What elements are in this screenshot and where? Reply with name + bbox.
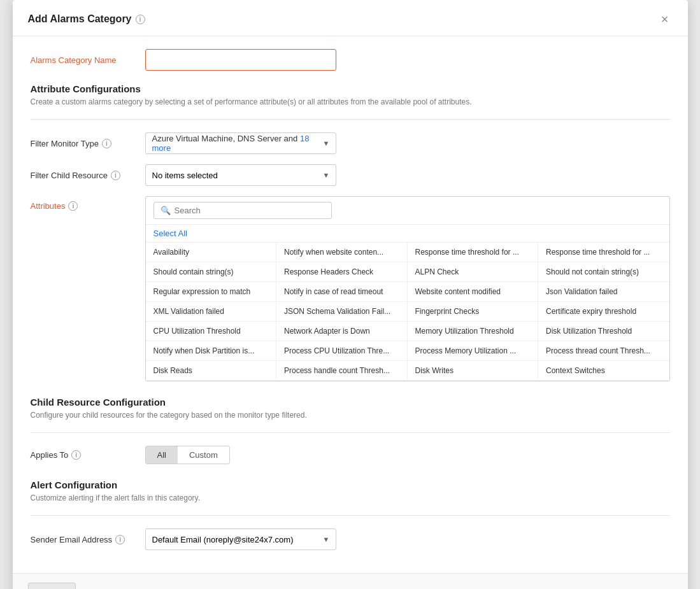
filter-child-resource-select[interactable]: No items selected bbox=[145, 164, 336, 186]
filter-monitor-type-row: Filter Monitor Type i Azure Virtual Mach… bbox=[31, 132, 670, 154]
filter-child-resource-label: Filter Child Resource i bbox=[31, 171, 145, 180]
modal-title-text: Add Alarms Category bbox=[28, 13, 132, 25]
attributes-label: Attributes i bbox=[31, 196, 145, 211]
attribute-item-19[interactable]: Disk Utilization Threshold bbox=[538, 322, 669, 341]
attribute-item-2[interactable]: Response time threshold for ... bbox=[408, 243, 539, 262]
select-all-link[interactable]: Select All bbox=[146, 225, 669, 242]
applies-to-info-icon[interactable]: i bbox=[71, 450, 81, 460]
attribute-item-9[interactable]: Notify in case of read timeout bbox=[276, 282, 408, 302]
search-input-wrap: 🔍 bbox=[154, 202, 332, 219]
sender-email-row: Sender Email Address i Default Email (no… bbox=[31, 529, 670, 550]
attribute-item-0[interactable]: Availability bbox=[146, 243, 277, 262]
alert-configuration-title: Alert Configuration bbox=[31, 479, 670, 490]
close-button[interactable]: × bbox=[657, 11, 673, 27]
attributes-box: 🔍 Select All AvailabilityNotify when web… bbox=[145, 196, 670, 381]
attribute-item-7[interactable]: Should not contain string(s) bbox=[538, 262, 669, 282]
attribute-configurations-title: Attribute Configurations bbox=[31, 83, 670, 94]
filter-child-resource-info-icon[interactable]: i bbox=[111, 171, 120, 180]
sender-email-info-icon[interactable]: i bbox=[115, 535, 125, 544]
alert-configuration-section: Alert Configuration Customize alerting i… bbox=[31, 479, 670, 550]
applies-to-row: Applies To i All Custom bbox=[31, 446, 670, 464]
modal-header: Add Alarms Category i × bbox=[13, 0, 688, 36]
modal-body: Alarms Category Name Attribute Configura… bbox=[13, 36, 688, 573]
alarm-category-name-row: Alarms Category Name bbox=[31, 49, 670, 71]
attributes-search-box: 🔍 bbox=[146, 197, 669, 225]
alarm-category-name-input[interactable] bbox=[145, 49, 336, 71]
save-button[interactable]: Save bbox=[28, 583, 76, 589]
section-divider-3 bbox=[31, 515, 670, 516]
attribute-item-22[interactable]: Process Memory Utilization ... bbox=[408, 341, 539, 361]
attribute-item-4[interactable]: Should contain string(s) bbox=[146, 262, 277, 282]
applies-to-all-button[interactable]: All bbox=[146, 446, 178, 464]
attribute-item-13[interactable]: JSON Schema Validation Fail... bbox=[276, 302, 408, 322]
sender-email-label: Sender Email Address i bbox=[31, 535, 145, 544]
alert-configuration-desc: Customize alerting if the alert falls in… bbox=[31, 493, 670, 502]
section-divider-2 bbox=[31, 432, 670, 433]
filter-monitor-type-wrapper: Azure Virtual Machine, DNS Server and 18… bbox=[145, 132, 336, 154]
add-alarms-category-modal: Add Alarms Category i × Alarms Category … bbox=[13, 0, 688, 589]
attribute-item-26[interactable]: Disk Writes bbox=[408, 361, 539, 381]
sender-email-select[interactable]: Default Email (noreply@site24x7.com) bbox=[145, 529, 336, 550]
filter-child-resource-wrapper: No items selected ▼ bbox=[145, 164, 336, 186]
section-divider-1 bbox=[31, 119, 670, 120]
attribute-item-25[interactable]: Process handle count Thresh... bbox=[276, 361, 408, 381]
applies-to-label: Applies To i bbox=[31, 450, 145, 460]
attribute-item-12[interactable]: XML Validation failed bbox=[146, 302, 277, 322]
attribute-configurations-section: Attribute Configurations Create a custom… bbox=[31, 83, 670, 381]
attributes-search-input[interactable] bbox=[175, 206, 325, 215]
attribute-item-24[interactable]: Disk Reads bbox=[146, 361, 277, 381]
monitor-type-more: 18 more bbox=[152, 134, 310, 153]
filter-monitor-type-display[interactable]: Azure Virtual Machine, DNS Server and 18… bbox=[145, 132, 336, 154]
attribute-item-23[interactable]: Process thread count Thresh... bbox=[538, 341, 669, 361]
search-icon: 🔍 bbox=[161, 206, 171, 215]
child-resource-configuration-title: Child Resource Configuration bbox=[31, 397, 670, 408]
attribute-configurations-desc: Create a custom alarms category by selec… bbox=[31, 97, 670, 106]
attribute-item-11[interactable]: Json Validation failed bbox=[538, 282, 669, 302]
attribute-item-15[interactable]: Certificate expiry threshold bbox=[538, 302, 669, 322]
sender-email-wrapper: Default Email (noreply@site24x7.com) ▼ bbox=[145, 529, 336, 550]
attribute-item-14[interactable]: Fingerprint Checks bbox=[408, 302, 539, 322]
applies-to-custom-button[interactable]: Custom bbox=[178, 446, 229, 464]
alarm-category-name-label: Alarms Category Name bbox=[31, 55, 145, 65]
attribute-item-27[interactable]: Context Switches bbox=[538, 361, 669, 381]
filter-monitor-type-label: Filter Monitor Type i bbox=[31, 139, 145, 148]
filter-child-resource-row: Filter Child Resource i No items selecte… bbox=[31, 164, 670, 186]
attribute-item-1[interactable]: Notify when website conten... bbox=[276, 243, 408, 262]
attributes-info-icon[interactable]: i bbox=[68, 201, 78, 211]
monitor-type-text: Azure Virtual Machine, DNS Server and 18… bbox=[152, 134, 317, 153]
attribute-item-17[interactable]: Network Adapter is Down bbox=[276, 322, 408, 341]
attributes-row: Attributes i 🔍 Select All AvailabilityNo… bbox=[31, 196, 670, 381]
attributes-grid: AvailabilityNotify when website conten..… bbox=[146, 242, 669, 381]
child-resource-configuration-section: Child Resource Configuration Configure y… bbox=[31, 397, 670, 464]
modal-title: Add Alarms Category i bbox=[28, 13, 145, 25]
attribute-item-5[interactable]: Response Headers Check bbox=[276, 262, 408, 282]
attribute-item-8[interactable]: Regular expression to match bbox=[146, 282, 277, 302]
modal-footer: Save bbox=[13, 573, 688, 589]
attribute-item-6[interactable]: ALPN Check bbox=[408, 262, 539, 282]
attribute-item-10[interactable]: Website content modified bbox=[408, 282, 539, 302]
attribute-item-3[interactable]: Response time threshold for ... bbox=[538, 243, 669, 262]
filter-monitor-type-info-icon[interactable]: i bbox=[102, 139, 111, 148]
title-info-icon[interactable]: i bbox=[136, 15, 145, 24]
applies-to-toggle-group: All Custom bbox=[145, 446, 230, 464]
attribute-item-20[interactable]: Notify when Disk Partition is... bbox=[146, 341, 277, 361]
attribute-item-16[interactable]: CPU Utilization Threshold bbox=[146, 322, 277, 341]
child-resource-configuration-desc: Configure your child resources for the c… bbox=[31, 411, 670, 420]
attribute-item-18[interactable]: Memory Utilization Threshold bbox=[408, 322, 539, 341]
attribute-item-21[interactable]: Process CPU Utilization Thre... bbox=[276, 341, 408, 361]
